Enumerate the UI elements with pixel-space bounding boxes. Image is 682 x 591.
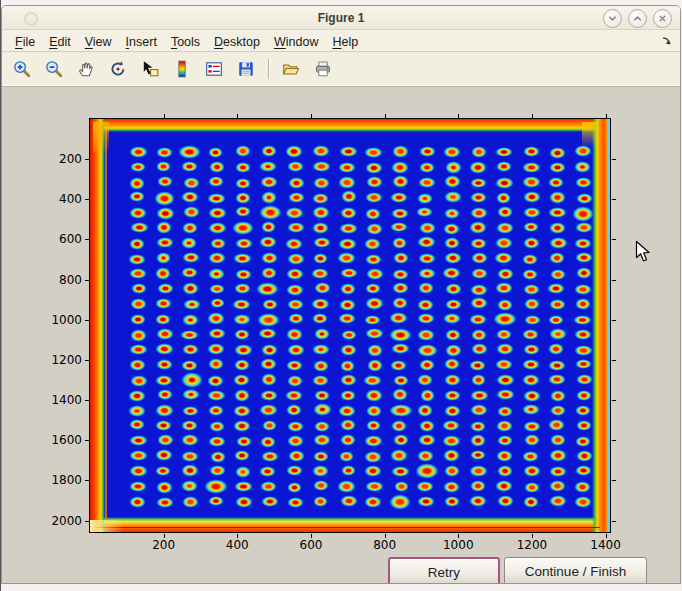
array-spot — [471, 343, 488, 355]
array-spot — [340, 360, 356, 372]
array-spot — [259, 404, 277, 416]
window-menu-icon[interactable] — [24, 12, 38, 26]
array-spot — [338, 313, 356, 324]
array-spot — [287, 421, 304, 433]
y-tick-label: 2000 — [40, 514, 82, 528]
array-spot — [575, 298, 591, 311]
array-spot — [549, 147, 566, 159]
array-spot — [495, 177, 513, 189]
array-spot — [547, 283, 566, 294]
colorbar-icon — [173, 60, 191, 78]
array-spot — [470, 450, 486, 461]
array-spot — [210, 451, 226, 464]
array-spot — [391, 343, 410, 354]
array-spot — [208, 176, 224, 187]
array-spot — [256, 282, 279, 296]
open-folder-button[interactable] — [277, 55, 305, 83]
array-spot — [156, 221, 173, 234]
array-spot — [549, 299, 566, 310]
array-spot — [523, 496, 539, 508]
retry-button[interactable]: Retry — [388, 557, 500, 584]
figure-canvas: 2004006008001000120014002004006008001000… — [2, 87, 680, 583]
array-spot — [471, 374, 487, 386]
array-spot — [157, 389, 173, 400]
data-cursor-button[interactable] — [136, 55, 164, 83]
array-spot — [287, 253, 305, 265]
array-spot — [261, 267, 278, 279]
menu-insert[interactable]: Insert — [126, 35, 157, 49]
array-spot — [286, 268, 305, 280]
data-cursor-icon — [141, 60, 159, 78]
array-spot — [444, 390, 461, 401]
array-spot — [364, 147, 383, 158]
print-button[interactable] — [309, 55, 337, 83]
array-spot — [156, 237, 174, 248]
minimize-button[interactable] — [603, 9, 622, 28]
array-spot — [444, 252, 463, 264]
plate-image[interactable] — [90, 119, 610, 532]
pan-button[interactable] — [72, 55, 100, 83]
array-spot — [523, 146, 540, 157]
array-spot — [417, 344, 438, 358]
array-spot — [522, 162, 540, 173]
array-spot — [181, 161, 199, 172]
array-spot — [207, 375, 224, 388]
menu-file[interactable]: File — [15, 35, 35, 49]
array-spot — [390, 449, 408, 461]
array-spot — [576, 450, 593, 462]
zoom-out-button[interactable] — [40, 55, 68, 83]
array-spot — [443, 146, 462, 158]
titlebar: Figure 1 — [2, 6, 680, 30]
array-spot — [470, 284, 489, 296]
plate-corner-topleft — [93, 122, 109, 152]
menu-tools[interactable]: Tools — [171, 35, 200, 49]
menu-edit[interactable]: Edit — [49, 35, 71, 49]
array-spot — [444, 465, 460, 477]
array-spot — [418, 177, 436, 188]
zoom-in-button[interactable] — [8, 55, 36, 83]
array-spot — [207, 343, 225, 355]
menu-help[interactable]: Help — [332, 35, 358, 49]
array-spot — [313, 253, 329, 264]
colorbar-button[interactable] — [168, 55, 196, 83]
array-spot — [338, 405, 356, 417]
save-button[interactable] — [232, 55, 260, 83]
close-button[interactable] — [653, 9, 672, 28]
plate-edge-bottom-streak — [95, 527, 600, 528]
array-spot — [522, 329, 539, 340]
toolbar-separator — [268, 59, 269, 79]
array-spot — [312, 313, 328, 324]
rotate-3d-button[interactable] — [104, 55, 132, 83]
legend-button[interactable] — [200, 55, 228, 83]
array-spot — [340, 390, 356, 401]
array-spot — [363, 375, 382, 386]
menu-desktop[interactable]: Desktop — [214, 35, 260, 49]
array-spot — [418, 253, 436, 265]
array-spot — [442, 267, 461, 280]
array-spot — [390, 222, 409, 233]
array-spot — [443, 313, 461, 325]
array-spot — [129, 344, 148, 356]
array-spot — [392, 388, 408, 400]
continue-finish-button[interactable]: Continue / Finish — [504, 557, 647, 584]
array-spot — [576, 374, 593, 385]
array-spot — [522, 269, 538, 281]
array-spot — [574, 496, 592, 507]
array-spot — [470, 404, 488, 416]
array-spot — [129, 419, 145, 430]
array-spot — [234, 481, 253, 492]
array-spot — [181, 191, 199, 203]
array-spot — [339, 223, 358, 235]
array-spot — [234, 329, 250, 340]
array-spot — [155, 466, 171, 477]
array-spot — [314, 282, 332, 294]
array-spot — [576, 193, 593, 204]
menu-window[interactable]: Window — [274, 35, 318, 49]
array-spot — [417, 193, 434, 205]
array-spot — [548, 207, 567, 219]
menu-view[interactable]: View — [85, 35, 112, 49]
array-spot — [259, 205, 282, 220]
array-spot — [495, 480, 513, 492]
maximize-button[interactable] — [628, 9, 647, 28]
dock-arrow-icon[interactable] — [660, 33, 673, 51]
